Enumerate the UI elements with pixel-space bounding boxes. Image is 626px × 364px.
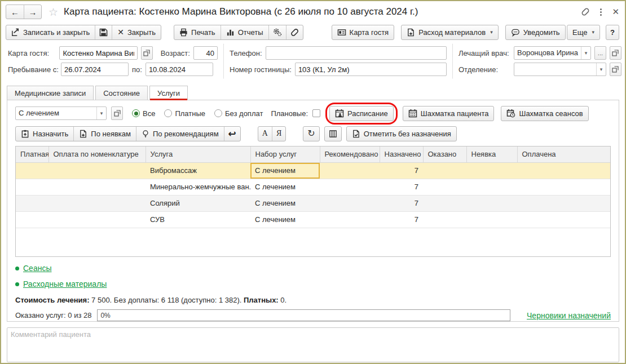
patient-comment-textarea[interactable] xyxy=(7,327,619,362)
cell-assigned[interactable]: 7 xyxy=(380,195,423,211)
planned-checkbox[interactable] xyxy=(312,109,320,117)
doctor-combo[interactable]: Воронцова Ирина ▾ xyxy=(514,46,591,60)
doctor-choose-button[interactable]: ... xyxy=(594,46,606,60)
col-header-service-set[interactable]: Набор услуг xyxy=(250,147,320,162)
consumables-group-link[interactable]: Расходные материалы xyxy=(15,279,611,288)
sort-desc-button[interactable]: Я xyxy=(272,127,285,141)
cell-service[interactable]: СУВ xyxy=(146,211,250,228)
schedule-button[interactable]: Расписание xyxy=(330,106,393,121)
hotel-label: Номер гостиницы: xyxy=(230,65,292,74)
guest-card-button[interactable]: Карта гостя xyxy=(332,25,394,39)
printer-icon xyxy=(179,28,188,37)
col-header-assigned[interactable]: Назначено xyxy=(380,147,423,162)
col-header-recommended[interactable]: Рекомендовано xyxy=(320,147,380,162)
undo-button[interactable]: ↩ xyxy=(224,127,240,141)
radio-all[interactable]: Все xyxy=(132,109,155,118)
cell-service[interactable]: Вибромассаж xyxy=(146,162,250,179)
more-menu-icon[interactable] xyxy=(599,7,603,17)
save-button[interactable] xyxy=(95,25,112,39)
cell-service-set-selected[interactable]: С лечением xyxy=(250,162,320,179)
cell-assigned[interactable]: 7 xyxy=(380,211,423,228)
materials-button[interactable]: Расход материалов ▾ xyxy=(402,25,498,39)
cell-service[interactable]: Минерально-жемчужные ван... xyxy=(146,179,250,195)
stay-to-input[interactable] xyxy=(146,63,213,76)
doctor-label: Лечащий врач: xyxy=(459,49,510,57)
mark-without-assignment-button[interactable]: Отметить без назначения xyxy=(347,127,456,141)
open-in-window-icon xyxy=(612,50,619,56)
service-set-combo[interactable]: С лечением ▾ xyxy=(15,106,107,120)
forward-button[interactable]: → xyxy=(24,5,41,19)
age-input[interactable] xyxy=(193,46,218,60)
radio-dot-icon xyxy=(132,109,140,117)
patient-grid-button[interactable]: Шахматка пациента xyxy=(403,106,494,121)
sessions-group-link[interactable]: Сеансы xyxy=(15,264,611,273)
chevron-down-icon: ▾ xyxy=(490,29,493,35)
more-actions-button[interactable]: Еще ▾ xyxy=(567,25,599,39)
department-open-button[interactable] xyxy=(610,63,621,76)
doctor-open-button[interactable] xyxy=(610,46,621,60)
service-set-open-button[interactable] xyxy=(111,106,123,120)
cost-label: Стоимость лечения: xyxy=(15,296,89,304)
link-icon xyxy=(290,28,299,37)
hotel-room-input[interactable] xyxy=(295,63,447,76)
by-no-show-button[interactable]: По неявкам xyxy=(73,127,136,141)
chevron-down-icon[interactable]: ▾ xyxy=(596,63,606,76)
settings-button[interactable] xyxy=(268,25,286,39)
department-label: Отделение: xyxy=(459,65,510,74)
undo-arrow-icon: ↩ xyxy=(228,129,236,139)
table-row[interactable]: СУВ С лечением 7 xyxy=(16,211,610,228)
radio-paid[interactable]: Платные xyxy=(164,109,205,118)
help-button[interactable]: ? xyxy=(606,25,619,39)
print-button[interactable]: Печать xyxy=(174,25,221,39)
col-header-service[interactable]: Услуга xyxy=(146,147,250,162)
assign-button[interactable]: Назначить xyxy=(16,127,73,141)
cell-service[interactable]: Солярий xyxy=(146,195,250,211)
attachments-button[interactable] xyxy=(286,25,303,39)
clipboard-plus-icon xyxy=(21,130,29,138)
department-combo[interactable]: ▾ xyxy=(514,63,606,76)
main-toolbar: Записать и закрыть ✕ Закрыть Печать Отче… xyxy=(1,23,625,42)
tab-state[interactable]: Состояние xyxy=(95,86,148,100)
tab-services[interactable]: Услуги xyxy=(149,86,188,100)
phone-input[interactable] xyxy=(266,46,447,60)
services-table: Платная Оплата по номенклатуре Услуга На… xyxy=(15,146,611,257)
favorite-star-icon[interactable]: ☆ xyxy=(49,6,58,19)
save-and-close-button[interactable]: Записать и закрыть xyxy=(6,25,95,39)
window-close-icon[interactable]: ✕ xyxy=(612,7,619,17)
open-in-window-icon xyxy=(143,50,150,56)
sessions-grid-button[interactable]: Шахматка сеансов xyxy=(501,106,588,121)
columns-button[interactable] xyxy=(325,127,341,141)
table-row[interactable]: Минерально-жемчужные ван... С лечением 7 xyxy=(16,179,610,195)
cell-service-set[interactable]: С лечением xyxy=(250,195,320,211)
tab-medical-records[interactable]: Медицинские записи xyxy=(7,86,94,100)
drafts-link[interactable]: Черновики назначений xyxy=(527,311,611,320)
cell-assigned[interactable]: 7 xyxy=(380,162,423,179)
notify-button[interactable]: Уведомить xyxy=(506,25,565,39)
back-button[interactable]: ← xyxy=(6,5,24,19)
get-link-icon[interactable] xyxy=(581,7,590,16)
chevron-down-icon[interactable]: ▾ xyxy=(581,47,590,59)
cell-service-set[interactable]: С лечением xyxy=(250,179,320,195)
col-header-paid-status[interactable]: Оплачена xyxy=(517,147,610,162)
col-header-rendered[interactable]: Оказано xyxy=(423,147,466,162)
col-header-paid[interactable]: Платная xyxy=(16,147,49,162)
stay-from-input[interactable] xyxy=(61,63,129,76)
sort-asc-button[interactable]: А xyxy=(258,127,272,141)
guest-card-input[interactable] xyxy=(59,46,137,60)
cell-assigned[interactable]: 7 xyxy=(380,179,423,195)
col-header-no-show[interactable]: Неявка xyxy=(466,147,517,162)
calendar-person-icon xyxy=(335,109,344,118)
by-recommendations-button[interactable]: По рекомендациям xyxy=(136,127,224,141)
radio-no-surcharge[interactable]: Без доплат xyxy=(214,109,263,118)
table-row[interactable]: Солярий С лечением 7 xyxy=(16,195,610,211)
guest-card-open-button[interactable] xyxy=(141,46,153,60)
refresh-button[interactable]: ↻ xyxy=(303,127,319,141)
cell-service-set[interactable]: С лечением xyxy=(250,211,320,228)
paid-count-label: Платных: xyxy=(244,296,279,304)
close-button[interactable]: ✕ Закрыть xyxy=(112,25,161,39)
chevron-down-icon[interactable]: ▾ xyxy=(96,107,106,119)
progress-percent: 0% xyxy=(100,312,110,319)
reports-button[interactable]: Отчеты xyxy=(221,25,268,39)
col-header-payment-by-nomenclature[interactable]: Оплата по номенклатуре xyxy=(49,147,146,162)
table-row[interactable]: Вибромассаж С лечением 7 xyxy=(16,162,610,179)
